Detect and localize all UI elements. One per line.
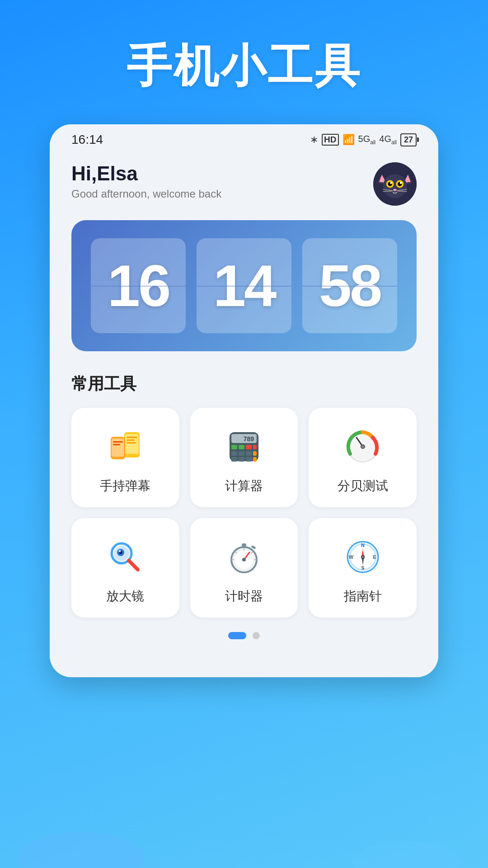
tool-timer[interactable]: 计时器 — [190, 518, 298, 618]
greeting-sub: Good afternoon, welcome back — [71, 188, 221, 200]
flip-card-second: 58 — [302, 238, 397, 333]
svg-rect-30 — [239, 445, 244, 449]
svg-point-61 — [242, 558, 246, 561]
tool-compass-label: 指南针 — [344, 588, 382, 605]
svg-rect-20 — [127, 439, 135, 441]
svg-rect-19 — [127, 437, 137, 438]
svg-point-44 — [361, 445, 364, 448]
svg-rect-25 — [113, 444, 120, 445]
flip-card-hour: 16 — [91, 238, 186, 333]
svg-line-50 — [129, 561, 138, 570]
greeting-name: Hi,Elsa — [71, 162, 221, 185]
avatar[interactable] — [373, 162, 417, 206]
tool-calculator[interactable]: 789 — [190, 408, 298, 507]
svg-point-77 — [352, 841, 461, 868]
signal1-icon: 5Gall — [358, 134, 376, 146]
tool-compass[interactable]: N S E W — [309, 518, 417, 618]
header-row: Hi,Elsa Good afternoon, welcome back — [71, 162, 417, 206]
tool-decibel[interactable]: 分贝测试 — [309, 408, 417, 507]
svg-rect-38 — [239, 457, 244, 462]
svg-point-76 — [18, 832, 145, 868]
svg-point-11 — [400, 182, 402, 184]
db-icon — [340, 424, 385, 469]
svg-rect-21 — [127, 442, 136, 443]
compass-icon: N S E W — [340, 534, 385, 580]
card-content: Hi,Elsa Good afternoon, welcome back — [50, 151, 438, 677]
tool-timer-label: 计时器 — [225, 588, 263, 605]
svg-rect-37 — [231, 457, 237, 462]
clock-minute: 14 — [213, 256, 275, 315]
status-icons: ∗ HD 📶 5Gall 4Gall 27 — [310, 133, 417, 146]
tool-magnify[interactable]: 放大镜 — [71, 518, 179, 618]
page-dots — [71, 632, 417, 650]
bluetooth-icon: ∗ — [310, 134, 318, 146]
svg-point-49 — [119, 550, 121, 552]
tool-calculator-label: 计算器 — [225, 477, 263, 495]
svg-point-5 — [383, 174, 407, 198]
svg-point-12 — [393, 189, 396, 191]
hd-icon: HD — [322, 134, 338, 146]
signal2-icon: 4Gall — [379, 134, 397, 146]
svg-rect-24 — [113, 441, 123, 443]
svg-rect-35 — [246, 451, 252, 456]
timer-icon — [221, 534, 267, 580]
flip-card-minute: 14 — [197, 238, 291, 333]
flip-clock: 16 14 58 — [71, 220, 417, 351]
greeting-section: Hi,Elsa Good afternoon, welcome back — [71, 162, 221, 200]
svg-rect-32 — [253, 445, 257, 449]
svg-rect-31 — [246, 445, 252, 449]
svg-rect-36 — [253, 451, 257, 456]
tool-decibel-label: 分贝测试 — [338, 477, 388, 495]
magnify-icon — [103, 534, 148, 580]
calc-icon: 789 — [221, 424, 267, 469]
svg-rect-39 — [246, 457, 252, 462]
clock-hour: 16 — [108, 256, 169, 315]
wifi-icon: 📶 — [343, 134, 355, 146]
phone-card: 16:14 ∗ HD 📶 5Gall 4Gall 27 Hi,Elsa Good… — [50, 124, 438, 677]
svg-rect-53 — [242, 543, 246, 547]
page-dot-2[interactable] — [253, 632, 260, 639]
clock-second: 58 — [319, 256, 381, 315]
svg-rect-40 — [253, 457, 257, 462]
svg-text:789: 789 — [244, 435, 254, 443]
battery-icon: 27 — [400, 133, 417, 146]
svg-rect-34 — [239, 451, 244, 456]
tool-danmu-label: 手持弹幕 — [100, 477, 150, 495]
tool-magnify-label: 放大镜 — [106, 588, 144, 605]
tool-danmu[interactable]: 手持弹幕 — [71, 408, 179, 507]
page-dot-1[interactable] — [228, 632, 246, 639]
cat-avatar-icon — [373, 162, 417, 206]
status-bar: 16:14 ∗ HD 📶 5Gall 4Gall 27 — [50, 124, 438, 151]
status-time: 16:14 — [71, 132, 103, 147]
svg-point-10 — [390, 182, 392, 184]
tools-section-title: 常用工具 — [71, 373, 417, 395]
bottom-decoration — [0, 769, 488, 868]
svg-rect-33 — [231, 451, 237, 456]
danmu-icon — [103, 424, 148, 469]
tools-grid: 手持弹幕 789 — [71, 408, 417, 618]
app-title: 手机小工具 — [127, 36, 361, 97]
svg-point-71 — [362, 556, 364, 558]
svg-rect-29 — [231, 445, 237, 449]
